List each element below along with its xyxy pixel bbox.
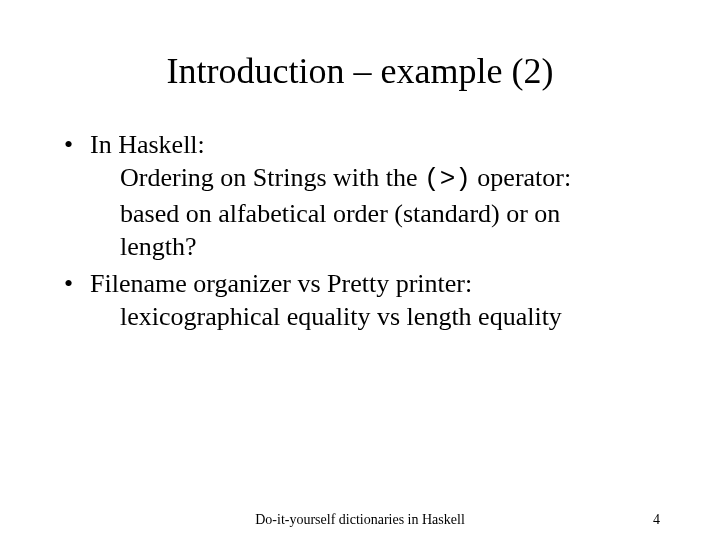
bullet-item: Filename organizer vs Pretty printer: le…	[60, 267, 660, 334]
slide: Introduction – example (2) In Haskell: O…	[0, 0, 720, 540]
bullet-list: In Haskell: Ordering on Strings with the…	[60, 128, 660, 334]
bullet-item: In Haskell: Ordering on Strings with the…	[60, 128, 660, 263]
bullet-continuation: Ordering on Strings with the (>) operato…	[90, 161, 660, 196]
bullet-text: In Haskell:	[90, 130, 205, 159]
footer-title: Do-it-yourself dictionaries in Haskell	[255, 512, 465, 528]
bullet-text: Filename organizer vs Pretty printer:	[90, 269, 472, 298]
bullet-continuation: lexicographical equality vs length equal…	[90, 300, 660, 333]
slide-body: In Haskell: Ordering on Strings with the…	[60, 128, 660, 334]
page-number: 4	[653, 512, 660, 528]
slide-title: Introduction – example (2)	[60, 50, 660, 92]
bullet-continuation: based on alfabetical order (standard) or…	[90, 197, 660, 230]
bullet-continuation: length?	[90, 230, 660, 263]
code-operator: (>)	[424, 164, 471, 194]
text-fragment: operator:	[471, 163, 571, 192]
text-fragment: Ordering on Strings with the	[120, 163, 424, 192]
